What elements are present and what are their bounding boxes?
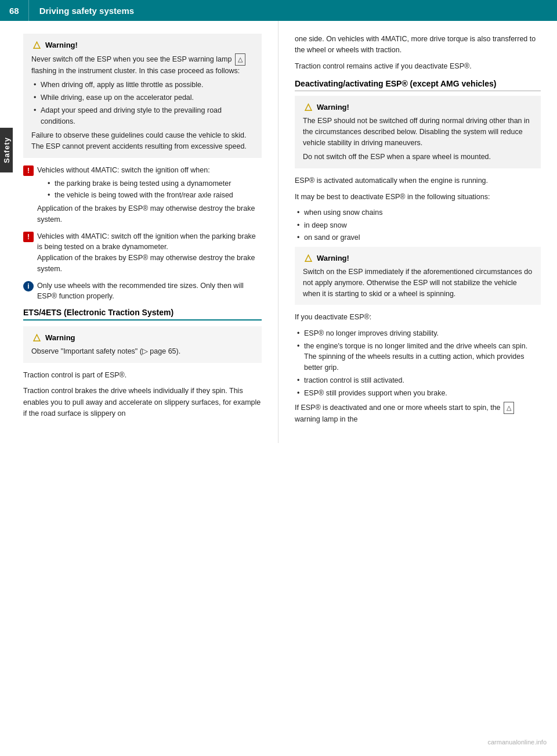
main-content: △ Warning! Never switch off the ESP when… [0,21,557,443]
watermark: carmanualonline.info [487,739,547,746]
side-tab-safety: Safety [0,128,13,172]
warning-title-2: Warning [45,333,75,342]
warning-triangle-icon-right-2: △ [303,253,313,263]
notice-sub-item: the parking brake is being tested using … [46,178,262,189]
right-column: one side. On vehicles with 4MATIC, more … [278,21,557,443]
notice-sub-list-1: the parking brake is being tested using … [46,178,262,201]
right-body-1: one side. On vehicles with 4MATIC, more … [295,34,541,56]
chapter-title: Driving safety systems [29,6,134,16]
warning-box-esp: △ Warning! Never switch off the ESP when… [23,34,262,158]
warning-text-right-2: Switch on the ESP immediately if the afo… [303,267,533,299]
notice-block-3: i Only use wheels with the recommended t… [23,280,262,303]
warning-header-right-2: △ Warning! [303,253,533,263]
right-bullet-item: on sand or gravel [295,232,541,243]
right-bullet-item: the engine's torque is no longer limited… [295,341,541,373]
notice-text-1a: Vehicles without 4MATIC: switch the igni… [37,165,262,176]
notice-text-2b: Application of the brakes by ESP® may ot… [37,253,262,275]
body-text-1: Traction control is part of ESP®. [23,370,262,381]
warning-title-1: Warning! [45,41,78,49]
notice-text-3: Only use wheels with the recommended tir… [37,280,262,303]
warning-text-right-1a: The ESP should not be switched off durin… [303,116,533,148]
warning-triangle-icon-2: △ [31,332,42,343]
warning-text-2: Observe "Important safety notes" (▷ page… [31,346,254,357]
warning-triangle-icon-right-1: △ [303,102,313,112]
notice-icon-red-1: ! [23,165,34,176]
esp-lamp-icon: △ [235,53,245,66]
subsection-heading-deactivate: Deactivating/activating ESP® (except AMG… [295,79,541,91]
right-body-6: If ESP® is deactivated and one or more w… [295,402,541,425]
notice-icon-red-2: ! [23,232,34,242]
notice-block-1: ! Vehicles without 4MATIC: switch the ig… [23,165,262,225]
body-text-2: Traction control brakes the drive wheels… [23,386,262,419]
notice-block-2: ! Vehicles with 4MATIC: switch off the i… [23,231,262,275]
notice-icon-blue-1: i [23,281,34,291]
warning-text-1a: Never switch off the ESP when you see th… [31,53,254,76]
warning-list-item: Adapt your speed and driving style to th… [31,105,254,127]
warning-list-1: When driving off, apply as little thrott… [31,80,254,127]
notice-text-1b: Application of the brakes by ESP® may ot… [37,203,262,225]
notice-content-3: Only use wheels with the recommended tir… [37,280,262,303]
page-number: 68 [0,0,29,21]
warning-title-right-2: Warning! [317,254,349,262]
header-bar: 68 Driving safety systems [0,0,557,21]
right-body-2: Traction control remains active if you d… [295,61,541,72]
notice-sub-item: the vehicle is being towed with the fron… [46,190,262,201]
warning-header-2: △ Warning [31,332,254,343]
notice-text-2a: Vehicles with 4MATIC: switch off the ign… [37,231,262,253]
warning-triangle-icon-1: △ [31,39,42,50]
warning-header-right-1: △ Warning! [303,102,533,112]
warning-list-item: While driving, ease up on the accelerato… [31,92,254,103]
warning-text-right-1b: Do not switch off the ESP when a spare w… [303,152,533,163]
warning-text-1b: Failure to observe these guidelines coul… [31,130,254,152]
warning-box-right-2: △ Warning! Switch on the ESP immediately… [295,247,541,305]
right-bullets-1: when using snow chains in deep snow on s… [295,207,541,243]
notice-content-2: Vehicles with 4MATIC: switch off the ign… [37,231,262,275]
notice-content-1: Vehicles without 4MATIC: switch the igni… [37,165,262,225]
right-bullet-item: traction control is still activated. [295,375,541,386]
warning-box-ets: △ Warning Observe "Important safety note… [23,326,262,363]
left-column: △ Warning! Never switch off the ESP when… [0,21,278,443]
warning-box-right-1: △ Warning! The ESP should not be switche… [295,96,541,168]
right-body-4: It may be best to deactivate ESP® in the… [295,192,541,203]
esp-lamp-icon-right: △ [504,402,514,414]
right-bullet-item: ESP® still provides support when you bra… [295,388,541,399]
right-bullet-item: ESP® no longer improves driving stabilit… [295,328,541,339]
right-body-5: If you deactivate ESP®: [295,312,541,323]
warning-title-right-1: Warning! [317,103,349,111]
warning-header-1: △ Warning! [31,39,254,50]
right-bullet-item: when using snow chains [295,207,541,218]
right-bullets-2: ESP® no longer improves driving stabilit… [295,328,541,399]
right-bullet-item: in deep snow [295,220,541,231]
warning-list-item: When driving off, apply as little thrott… [31,80,254,91]
right-body-3: ESP® is activated automatically when the… [295,175,541,186]
section-heading-ets: ETS/4ETS (Electronic Traction System) [23,308,262,321]
